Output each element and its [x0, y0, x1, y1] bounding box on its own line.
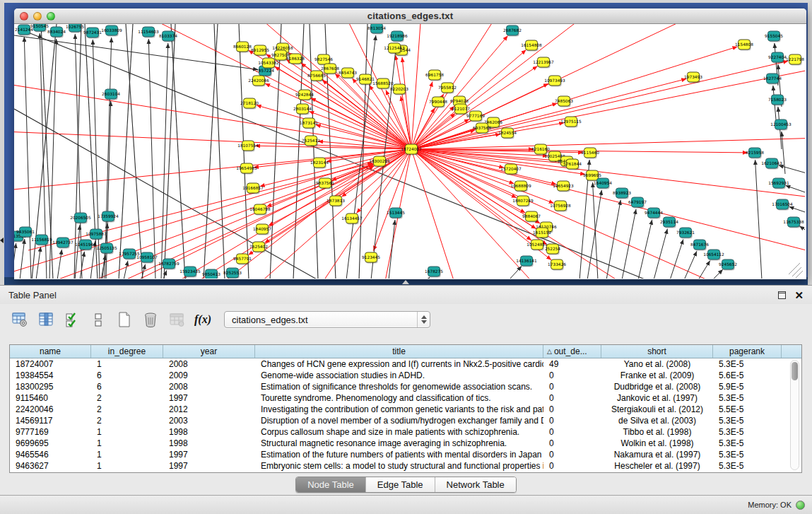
table-row[interactable]: 1456911722003Disruption of a novel membe…: [10, 415, 801, 426]
table-cell[interactable]: 2: [91, 392, 163, 404]
network-canvas[interactable]: 2141244915054588340241026755987243116033…: [14, 24, 805, 279]
cited-node[interactable]: 7485063: [555, 96, 573, 107]
citation-edge-black[interactable]: [214, 24, 225, 279]
cited-node[interactable]: 7525412: [302, 136, 320, 146]
table-vertical-scrollbar[interactable]: [790, 360, 799, 470]
table-cell[interactable]: 0: [543, 404, 601, 415]
cited-node[interactable]: 16154808: [521, 40, 542, 51]
leaf-node[interactable]: 11156819: [31, 235, 52, 245]
cited-node[interactable]: 6961758: [425, 70, 444, 81]
panel-collapse-arrow-icon[interactable]: [0, 238, 4, 243]
table-cell[interactable]: Hescheler et al. (1997): [601, 460, 713, 472]
citation-edge-black[interactable]: [779, 165, 805, 174]
cited-node[interactable]: 1824554: [498, 128, 517, 139]
leaf-node[interactable]: 2603104: [102, 89, 120, 100]
table-cell[interactable]: 9465546: [10, 449, 91, 460]
citation-edge-black[interactable]: [782, 132, 785, 174]
table-row[interactable]: 1872400712008Changes of HCN gene express…: [10, 358, 801, 370]
table-cell[interactable]: 2: [91, 404, 163, 415]
table-cell[interactable]: Franke et al. (2009): [601, 370, 713, 381]
table-cell[interactable]: Corpus callosum shape and size in male p…: [255, 426, 543, 438]
leaf-node[interactable]: 12100453: [770, 119, 792, 130]
leaf-node[interactable]: 16210643: [761, 158, 782, 169]
leaf-node[interactable]: 17359924: [98, 211, 119, 222]
leaf-node[interactable]: 14136141: [516, 256, 537, 267]
leaf-node[interactable]: 6479197: [628, 197, 647, 208]
table-cell[interactable]: 1997: [163, 392, 255, 404]
table-cell[interactable]: 5.3E-5: [713, 426, 782, 438]
table-cell[interactable]: 9463627: [10, 460, 91, 472]
citation-edge-black[interactable]: [670, 240, 683, 279]
cited-node[interactable]: 10756928: [550, 201, 571, 211]
table-cell[interactable]: 22420046: [10, 404, 91, 415]
minimize-window-icon[interactable]: [33, 12, 42, 21]
table-cell[interactable]: 0: [543, 426, 601, 438]
citation-edge-black[interactable]: [161, 43, 168, 279]
cited-node[interactable]: 8912955: [251, 45, 269, 56]
citation-edge-black[interactable]: [14, 35, 258, 70]
leaf-node[interactable]: 8215958: [746, 148, 764, 158]
table-cell[interactable]: 1: [91, 358, 163, 370]
delete-rows-button[interactable]: [141, 310, 160, 329]
table-cell[interactable]: Stergiakouli et al. (2012): [601, 404, 713, 415]
citation-edge-black[interactable]: [14, 109, 318, 279]
table-row[interactable]: 911546021997Tourette syndrome. Phenomeno…: [10, 392, 801, 404]
leaf-node[interactable]: 7158023: [768, 95, 787, 105]
table-cell[interactable]: 2008: [163, 381, 255, 392]
table-cell[interactable]: 5.3E-5: [713, 358, 782, 370]
citation-edge-black[interactable]: [622, 209, 636, 279]
cited-node[interactable]: 1973493: [684, 72, 702, 83]
citation-edge-red[interactable]: [411, 61, 788, 149]
cited-node[interactable]: 1873141: [300, 118, 318, 129]
leaf-node[interactable]: 10975887: [86, 229, 107, 240]
table-selector-dropdown[interactable]: citations_edges.txt: [224, 311, 430, 328]
cited-node[interactable]: 9115460: [581, 148, 599, 158]
leaf-node[interactable]: 1026755: [66, 24, 84, 33]
leaf-node[interactable]: 8938923: [613, 188, 631, 199]
table-cell[interactable]: Structural magnetic resonance image aver…: [255, 438, 543, 449]
cited-node[interactable]: 7625402: [249, 242, 268, 252]
citation-edge-black[interactable]: [148, 39, 155, 279]
table-cell[interactable]: 5.3E-5: [713, 438, 782, 449]
citation-edge-red[interactable]: [411, 149, 805, 257]
cited-node[interactable]: 2718120: [240, 98, 259, 109]
citation-edge-black[interactable]: [14, 243, 16, 279]
tab-edge-table[interactable]: Edge Table: [366, 477, 435, 492]
leaf-node[interactable]: 2935114: [660, 217, 678, 228]
citation-edge-black[interactable]: [799, 226, 805, 233]
citation-edge-red[interactable]: [411, 149, 531, 240]
citation-edge-black[interactable]: [789, 206, 805, 214]
splitter-handle-icon[interactable]: [402, 280, 409, 284]
table-cell[interactable]: 0: [543, 460, 601, 472]
table-cell[interactable]: 1997: [163, 449, 255, 460]
zoom-window-icon[interactable]: [47, 12, 55, 21]
leaf-node[interactable]: 17016504: [772, 199, 793, 210]
table-cell[interactable]: 2: [91, 415, 163, 426]
leaf-node[interactable]: 16033809: [101, 25, 122, 36]
table-cell[interactable]: 9777169: [10, 426, 91, 438]
leaf-node[interactable]: 9150545: [30, 24, 49, 32]
cited-node[interactable]: 1221798: [786, 54, 804, 65]
citation-edge-black[interactable]: [57, 250, 62, 279]
leaf-node[interactable]: 9245652: [719, 259, 737, 270]
table-row[interactable]: 977716911998Corpus callosum shape and si…: [10, 426, 801, 438]
node-table[interactable]: namein_degreeyeartitle△out_de...shortpag…: [9, 344, 802, 473]
citation-edge-black[interactable]: [171, 24, 185, 279]
leaf-node[interactable]: 9850413: [202, 269, 220, 279]
table-cell[interactable]: 1: [91, 449, 163, 460]
leaf-node[interactable]: 8471676: [690, 240, 709, 250]
table-cell[interactable]: Estimation of the future numbers of pati…: [255, 449, 543, 460]
column-header-title[interactable]: title: [255, 345, 543, 358]
table-cell[interactable]: 2009: [163, 370, 255, 381]
citation-edge-red[interactable]: [260, 149, 411, 187]
leaf-node[interactable]: 20206505: [70, 213, 91, 223]
table-cell[interactable]: 6: [91, 381, 163, 392]
close-window-icon[interactable]: [20, 12, 28, 21]
column-header-out_de[interactable]: △out_de...: [543, 345, 601, 358]
citation-edge-black[interactable]: [638, 220, 652, 279]
table-cell[interactable]: 2003: [163, 415, 255, 426]
citation-edge-red[interactable]: [411, 66, 805, 149]
table-row[interactable]: 946362711997Embryonic stem cells: a mode…: [10, 460, 801, 472]
resize-grip-icon[interactable]: [792, 267, 801, 276]
citation-edge-black[interactable]: [785, 185, 805, 194]
